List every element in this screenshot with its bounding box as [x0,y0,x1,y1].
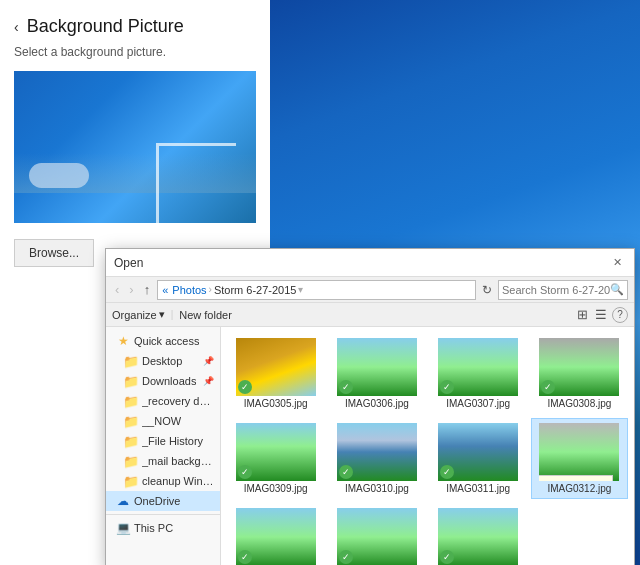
file-item[interactable]: ✓IMAG0315.jpg [430,503,527,565]
sidebar-item-downloads[interactable]: 📁 Downloads 📌 [106,371,220,391]
refresh-button[interactable]: ↻ [480,282,494,298]
check-badge: ✓ [339,465,353,479]
breadcrumb-prefix: « [162,284,168,296]
check-badge: ✓ [440,465,454,479]
sidebar-item-onedrive[interactable]: ☁ OneDrive [106,491,220,511]
check-badge: ✓ [440,550,454,564]
view-controls: ⊞ ☰ ? [575,306,628,323]
file-item[interactable]: ✓IMAG0309.jpg [227,418,324,499]
settings-subtitle: Select a background picture. [0,45,270,71]
open-dialog: Open ✕ ‹ › ↑ « Photos › Storm 6-27-2015 … [105,248,635,565]
file-name-label: IMAG0310.jpg [337,483,417,494]
dialog-organize-toolbar: Organize ▾ | New folder ⊞ ☰ ? [106,303,634,327]
pc-icon: 💻 [116,521,130,535]
folder-icon: 📁 [124,354,138,368]
sidebar-label-now: __NOW [142,415,181,427]
toolbar-divider: | [171,309,174,320]
browse-button[interactable]: Browse... [14,239,94,267]
folder-icon: 📁 [124,414,138,428]
organize-label: Organize [112,309,157,321]
search-input[interactable] [502,284,610,296]
sidebar-item-mail[interactable]: 📁 _mail backgroun… [106,451,220,471]
sidebar-item-history[interactable]: 📁 _File History [106,431,220,451]
check-badge: ✓ [440,380,454,394]
file-item[interactable]: ✓IMAG0310.jpg [328,418,425,499]
file-thumbnail: Date:6/27/2015 6:41 Ph...Located:Dimensi… [539,423,619,481]
file-name-label: IMAG0308.jpg [539,398,619,409]
view-details-button[interactable]: ☰ [593,306,609,323]
breadcrumb-current: Storm 6-27-2015 [214,284,297,296]
sidebar-label-downloads: Downloads [142,375,196,387]
dialog-title-label: Open [114,256,143,270]
file-item[interactable]: ✓IMAG0307.jpg [430,333,527,414]
dialog-titlebar: Open ✕ [106,249,634,277]
folder-icon: 📁 [124,394,138,408]
sidebar-label-history: _File History [142,435,203,447]
file-item[interactable]: ✓IMAG0314.jpg [328,503,425,565]
file-item[interactable]: ✓IMAG0308.jpg [531,333,628,414]
settings-header: ‹ Background Picture [0,0,270,45]
file-name-label: IMAG0307.jpg [438,398,518,409]
file-item[interactable]: ✓IMAG0311.jpg [430,418,527,499]
file-name-label: IMAG0306.jpg [337,398,417,409]
search-box[interactable]: 🔍 [498,280,628,300]
sidebar-label-quick-access: Quick access [134,335,199,347]
new-folder-button[interactable]: New folder [179,309,232,321]
organize-button[interactable]: Organize ▾ [112,308,165,321]
search-icon[interactable]: 🔍 [610,283,624,296]
organize-arrow: ▾ [159,308,165,321]
dialog-files-area: ✓IMAG0305.jpg✓IMAG0306.jpg✓IMAG0307.jpg✓… [221,327,634,565]
file-name-label: IMAG0305.jpg [236,398,316,409]
file-thumbnail: ✓ [236,423,316,481]
sidebar-item-quick-access[interactable]: ★ Quick access [106,331,220,351]
file-item[interactable]: Date:6/27/2015 6:41 Ph...Located:Dimensi… [531,418,628,499]
check-badge: ✓ [541,380,555,394]
sidebar-label-onedrive: OneDrive [134,495,180,507]
nav-forward-button[interactable]: › [126,281,136,298]
file-thumbnail: ✓ [337,508,417,565]
breadcrumb-photos[interactable]: Photos [172,284,206,296]
back-button[interactable]: ‹ [14,19,19,35]
breadcrumb-bar[interactable]: « Photos › Storm 6-27-2015 ▾ [157,280,476,300]
sidebar-label-recovery: _recovery driv… [142,395,214,407]
sidebar-item-now[interactable]: 📁 __NOW [106,411,220,431]
nav-back-button[interactable]: ‹ [112,281,122,298]
check-badge: ✓ [339,380,353,394]
file-tooltip: Date:6/27/2015 6:41 Ph...Located:Dimensi… [539,475,613,481]
sidebar-item-recovery[interactable]: 📁 _recovery driv… [106,391,220,411]
sidebar-item-thispc[interactable]: 💻 This PC [106,518,220,538]
sidebar-label-desktop: Desktop [142,355,182,367]
file-thumbnail: ✓ [438,338,518,396]
file-name-label: IMAG0311.jpg [438,483,518,494]
sidebar-item-cleanup[interactable]: 📁 cleanup Window… [106,471,220,491]
pin-icon: 📌 [203,376,214,386]
sidebar-label-mail: _mail backgroun… [142,455,214,467]
folder-icon: 📁 [124,454,138,468]
folder-icon: 📁 [124,374,138,388]
file-thumbnail: ✓ [236,508,316,565]
sidebar-item-desktop[interactable]: 📁 Desktop 📌 [106,351,220,371]
file-thumbnail: ✓ [438,508,518,565]
dialog-body: ★ Quick access 📁 Desktop 📌 📁 Downloads 📌… [106,327,634,565]
file-thumbnail: ✓ [438,423,518,481]
file-thumbnail: ✓ [539,338,619,396]
dialog-nav-toolbar: ‹ › ↑ « Photos › Storm 6-27-2015 ▾ ↻ 🔍 [106,277,634,303]
view-list-button[interactable]: ⊞ [575,306,590,323]
check-badge: ✓ [238,550,252,564]
file-item[interactable]: ✓IMAG0306.jpg [328,333,425,414]
nav-up-button[interactable]: ↑ [141,281,154,298]
file-item[interactable]: ✓IMAG0313.jpg [227,503,324,565]
file-thumbnail: ✓ [337,423,417,481]
background-preview [14,71,256,223]
pin-icon: 📌 [203,356,214,366]
file-name-label: IMAG0312.jpg [539,483,619,494]
dialog-close-button[interactable]: ✕ [608,254,626,272]
file-thumbnail: ✓ [337,338,417,396]
check-badge: ✓ [238,465,252,479]
preview-window-shape [156,143,236,223]
file-grid: ✓IMAG0305.jpg✓IMAG0306.jpg✓IMAG0307.jpg✓… [227,333,628,565]
folder-icon: 📁 [124,434,138,448]
check-badge: ✓ [238,380,252,394]
help-button[interactable]: ? [612,307,628,323]
file-item[interactable]: ✓IMAG0305.jpg [227,333,324,414]
